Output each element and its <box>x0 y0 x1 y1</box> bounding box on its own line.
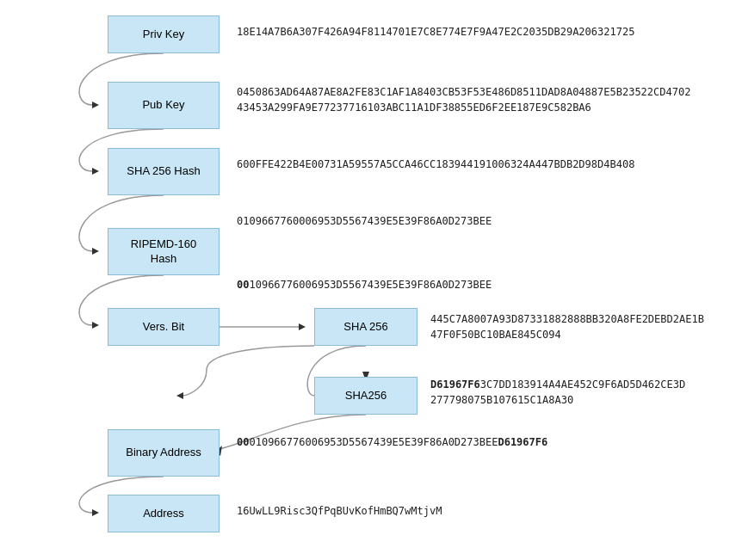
sha256-right-box: SHA 256 <box>314 308 417 346</box>
ripemd-after-value: 0010966776006953D5567439E5E39F86A0D273BE… <box>237 277 492 292</box>
binary-address-box: Binary Address <box>108 429 220 477</box>
svg-marker-5 <box>176 392 183 399</box>
svg-marker-0 <box>92 102 99 108</box>
ripemd-before-value: 0109667760006953D5567439E5E39F86A0D273BE… <box>237 213 492 229</box>
sha256-hash-value: 600FFE422B4E00731A59557A5CCA46CC18394419… <box>237 157 634 172</box>
pub-key-value: 0450863AD64A87AE8A2FE83C1AF1A8403CB53F53… <box>237 84 690 115</box>
sha256-hash-box: SHA 256 Hash <box>108 148 220 195</box>
vers-bit-box: Vers. Bit <box>108 308 220 346</box>
svg-marker-3 <box>92 322 99 329</box>
priv-key-value: 18E14A7B6A307F426A94F8114701E7C8E774E7F9… <box>237 24 634 40</box>
ripemd160-box: RIPEMD-160Hash <box>108 228 220 275</box>
sha256-right-value: 445C7A8007A93D87331882888BB320A8FE2DEBD2… <box>430 311 704 342</box>
diagram: Priv Key Pub Key SHA 256 Hash RIPEMD-160… <box>0 0 736 560</box>
priv-key-box: Priv Key <box>108 15 220 53</box>
svg-marker-2 <box>92 248 99 255</box>
svg-marker-1 <box>92 168 99 175</box>
binary-address-value: 00010966776006953D5567439E5E39F86A0D273B… <box>237 434 547 450</box>
sha256-right2-value: D61967F63C7DD183914A4AE452C9F6AD5D462CE3… <box>430 377 685 408</box>
pub-key-box: Pub Key <box>108 82 220 129</box>
svg-marker-4 <box>299 323 306 330</box>
address-box: Address <box>108 495 220 532</box>
address-value: 16UwLL9Risc3QfPqBUvKofHmBQ7wMtjvM <box>237 503 442 519</box>
svg-marker-7 <box>92 509 99 516</box>
sha256-right2-box: SHA256 <box>314 377 417 415</box>
